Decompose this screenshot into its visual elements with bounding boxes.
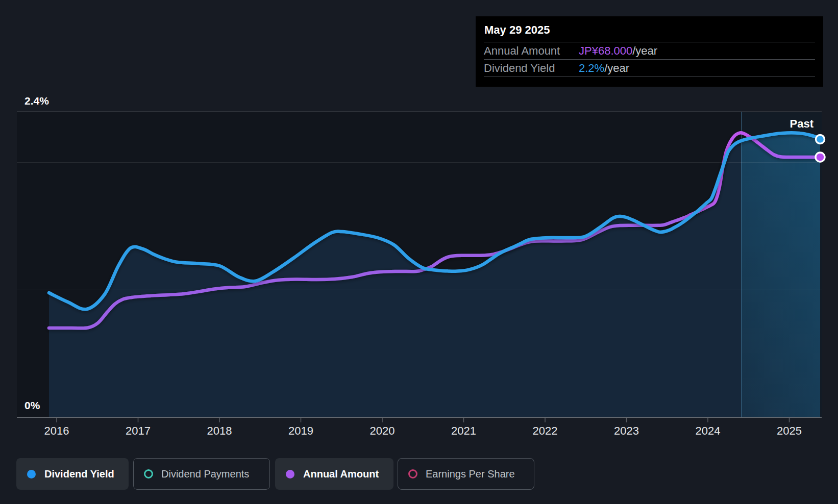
svg-text:2017: 2017 (126, 424, 151, 437)
svg-text:2016: 2016 (44, 424, 69, 437)
svg-text:2.4%: 2.4% (24, 95, 49, 107)
svg-text:2021: 2021 (451, 424, 476, 437)
svg-text:2018: 2018 (207, 424, 232, 437)
svg-text:Past: Past (790, 117, 814, 130)
svg-text:2025: 2025 (777, 424, 802, 437)
svg-text:2020: 2020 (370, 424, 395, 437)
svg-text:2019: 2019 (288, 424, 313, 437)
svg-text:2024: 2024 (696, 424, 721, 437)
svg-text:0%: 0% (24, 399, 40, 411)
svg-text:2022: 2022 (533, 424, 558, 437)
svg-text:2023: 2023 (614, 424, 639, 437)
